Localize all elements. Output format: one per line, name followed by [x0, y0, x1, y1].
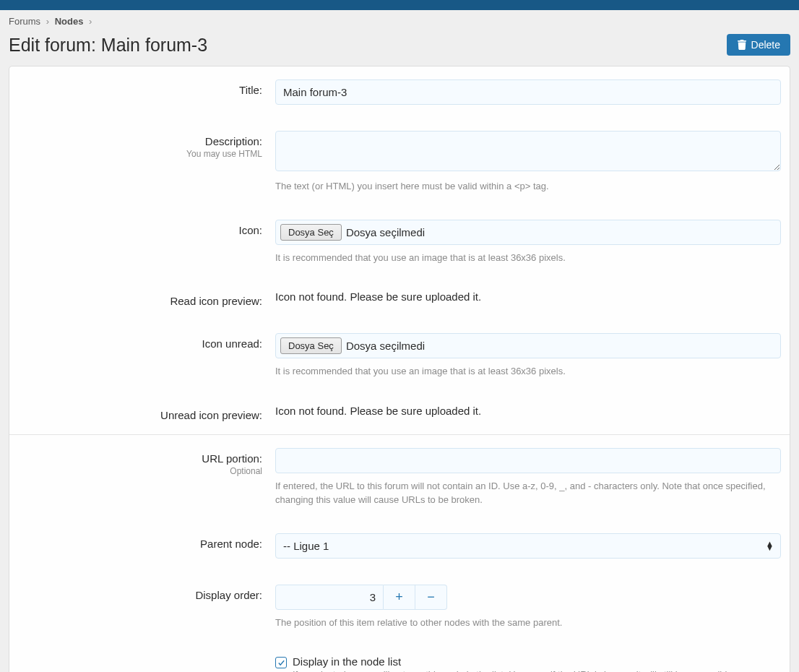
parent-node-select[interactable]: -- Ligue 1	[275, 533, 781, 559]
description-label: Description:	[18, 135, 262, 147]
check-icon	[277, 659, 285, 667]
icon-hint: It is recommended that you use an image …	[275, 251, 781, 265]
chevron-right-icon: ›	[89, 16, 92, 27]
icon-unread-file-status: Dosya seçilmedi	[346, 340, 425, 352]
icon-file-status: Dosya seçilmedi	[346, 226, 425, 238]
unread-preview-text: Icon not found. Please be sure uploaded …	[275, 405, 781, 417]
description-hint: The text (or HTML) you insert here must …	[275, 179, 781, 194]
row-description: Description: You may use HTML The text (…	[9, 118, 790, 207]
row-icon-unread: Icon unread: Dosya Seç Dosya seçilmedi I…	[9, 320, 790, 392]
icon-unread-file-button[interactable]: Dosya Seç	[280, 337, 342, 354]
read-preview-label: Read icon preview:	[18, 295, 262, 307]
row-display-in-list: Display in the node list If unselected, …	[9, 642, 790, 672]
page-header: Edit forum: Main forum-3 Delete	[0, 33, 799, 66]
url-portion-hint: If entered, the URL to this forum will n…	[275, 479, 781, 507]
breadcrumb-nodes[interactable]: Nodes	[55, 16, 84, 27]
display-in-list-checkbox[interactable]	[275, 657, 287, 668]
url-portion-input[interactable]	[275, 448, 781, 473]
row-parent-node: Parent node: -- Ligue 1 ▲▼	[9, 520, 790, 572]
row-display-order: Display order: + − The position of this …	[9, 572, 790, 643]
chevron-right-icon: ›	[46, 16, 49, 27]
icon-unread-hint: It is recommended that you use an image …	[275, 364, 781, 379]
parent-node-label: Parent node:	[18, 538, 262, 550]
row-icon: Icon: Dosya Seç Dosya seçilmedi It is re…	[9, 207, 790, 278]
row-url-portion: URL portion: Optional If entered, the UR…	[9, 434, 790, 520]
display-order-input[interactable]	[275, 585, 384, 610]
unread-preview-label: Unread icon preview:	[18, 409, 262, 421]
display-order-label: Display order:	[18, 589, 262, 601]
breadcrumb: Forums › Nodes ›	[0, 10, 799, 33]
row-title: Title:	[9, 66, 790, 118]
delete-label: Delete	[751, 39, 780, 51]
row-unread-preview: Unread icon preview: Icon not found. Ple…	[9, 392, 790, 434]
delete-button[interactable]: Delete	[727, 34, 790, 56]
url-portion-label: URL portion:	[18, 452, 262, 465]
row-read-preview: Read icon preview: Icon not found. Pleas…	[9, 277, 790, 320]
display-in-list-label: Display in the node list	[293, 655, 735, 668]
app-topbar	[0, 0, 799, 10]
icon-file-wrap: Dosya Seç Dosya seçilmedi	[275, 220, 781, 245]
icon-unread-file-wrap: Dosya Seç Dosya seçilmedi	[275, 333, 781, 358]
form-panel: Title: Description: You may use HTML The…	[9, 66, 790, 672]
display-order-hint: The position of this item relative to ot…	[275, 616, 781, 630]
display-order-decrement[interactable]: −	[415, 585, 447, 610]
icon-label: Icon:	[18, 224, 262, 236]
breadcrumb-forums[interactable]: Forums	[9, 16, 40, 27]
icon-unread-label: Icon unread:	[18, 337, 262, 350]
description-textarea[interactable]	[275, 131, 781, 171]
trash-icon	[737, 40, 747, 50]
read-preview-text: Icon not found. Please be sure uploaded …	[275, 290, 781, 303]
display-order-increment[interactable]: +	[384, 585, 415, 610]
title-label: Title:	[18, 84, 262, 96]
url-portion-sublabel: Optional	[18, 466, 262, 476]
icon-file-button[interactable]: Dosya Seç	[280, 224, 342, 241]
page-title: Edit forum: Main forum-3	[9, 35, 207, 56]
display-in-list-hint: If unselected, users will not see this n…	[293, 669, 735, 672]
description-sublabel: You may use HTML	[18, 149, 262, 159]
title-input[interactable]	[275, 79, 781, 105]
